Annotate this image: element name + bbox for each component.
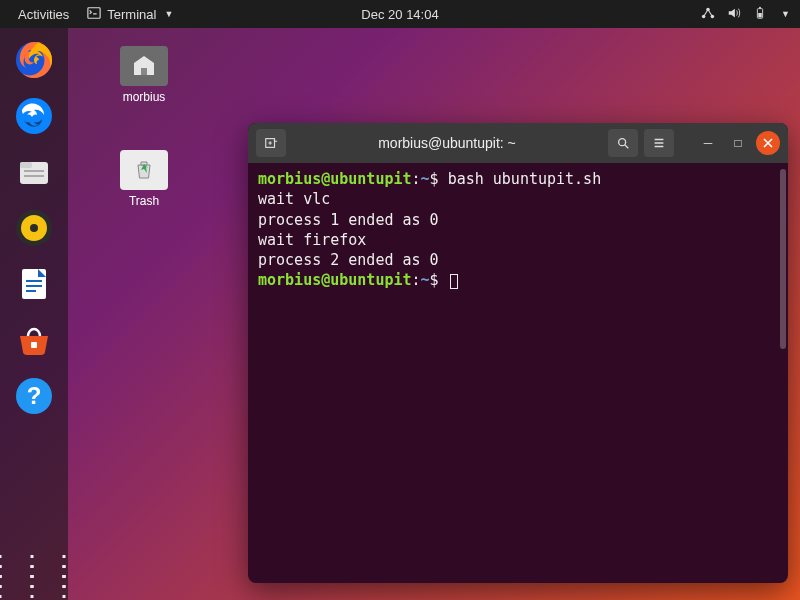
battery-icon[interactable] (753, 6, 767, 23)
activities-button[interactable]: Activities (10, 7, 77, 22)
cursor (450, 274, 458, 289)
clock[interactable]: Dec 20 14:04 (361, 7, 438, 22)
apps-grid-icon: ⋮⋮⋮⋮⋮⋮⋮⋮⋮ (0, 561, 82, 591)
libreoffice-writer-icon[interactable] (10, 260, 58, 308)
svg-text:?: ? (27, 382, 42, 409)
terminal-line: morbius@ubuntupit:~$ (258, 270, 778, 290)
svg-rect-18 (26, 285, 42, 287)
minimize-button[interactable]: ─ (696, 131, 720, 155)
terminal-icon (87, 6, 101, 23)
trash-icon (120, 150, 168, 190)
hamburger-menu-button[interactable] (644, 129, 674, 157)
terminal-window: morbius@ubuntupit: ~ ─ □ morbius@ubuntup… (248, 123, 788, 583)
terminal-body[interactable]: morbius@ubuntupit:~$ bash ubuntupit.sh w… (248, 163, 788, 583)
firefox-icon[interactable] (10, 36, 58, 84)
volume-icon[interactable] (727, 6, 741, 23)
trash-label: Trash (108, 194, 180, 208)
scrollbar[interactable] (780, 169, 786, 349)
svg-rect-23 (141, 68, 147, 75)
close-button[interactable] (756, 131, 780, 155)
folder-icon (120, 46, 168, 86)
thunderbird-icon[interactable] (10, 92, 58, 140)
terminal-line: process 1 ended as 0 (258, 210, 778, 230)
svg-point-25 (619, 139, 626, 146)
chevron-down-icon[interactable]: ▼ (781, 9, 790, 19)
files-icon[interactable] (10, 148, 58, 196)
top-bar: Activities Terminal ▼ Dec 20 14:04 ▼ (0, 0, 800, 28)
svg-rect-12 (24, 175, 44, 177)
svg-rect-19 (26, 290, 36, 292)
show-applications-button[interactable]: ⋮⋮⋮⋮⋮⋮⋮⋮⋮ (10, 552, 58, 600)
home-folder[interactable]: morbius (108, 46, 180, 104)
trash[interactable]: Trash (108, 150, 180, 208)
svg-rect-6 (758, 13, 762, 17)
terminal-line: process 2 ended as 0 (258, 250, 778, 270)
system-tray: ▼ (701, 6, 790, 23)
window-title: morbius@ubuntupit: ~ (292, 135, 602, 151)
svg-rect-5 (759, 6, 761, 8)
svg-rect-20 (31, 342, 37, 348)
desktop[interactable]: morbius Trash morbius@ubuntupit: ~ ─ □ (68, 28, 800, 600)
rhythmbox-icon[interactable] (10, 204, 58, 252)
help-icon[interactable]: ? (10, 372, 58, 420)
app-menu[interactable]: Terminal ▼ (77, 6, 183, 23)
chevron-down-icon: ▼ (164, 9, 173, 19)
ubuntu-software-icon[interactable] (10, 316, 58, 364)
dock: ? ⋮⋮⋮⋮⋮⋮⋮⋮⋮ (0, 28, 68, 600)
network-icon[interactable] (701, 6, 715, 23)
svg-rect-11 (24, 170, 44, 172)
app-menu-label: Terminal (107, 7, 156, 22)
search-button[interactable] (608, 129, 638, 157)
home-folder-label: morbius (108, 90, 180, 104)
svg-point-15 (30, 224, 38, 232)
terminal-line: morbius@ubuntupit:~$ bash ubuntupit.sh (258, 169, 778, 189)
terminal-line: wait vlc (258, 189, 778, 209)
new-tab-button[interactable] (256, 129, 286, 157)
svg-rect-17 (26, 280, 42, 282)
svg-point-8 (16, 98, 52, 134)
titlebar[interactable]: morbius@ubuntupit: ~ ─ □ (248, 123, 788, 163)
maximize-button[interactable]: □ (726, 131, 750, 155)
terminal-line: wait firefox (258, 230, 778, 250)
svg-rect-10 (20, 162, 32, 168)
